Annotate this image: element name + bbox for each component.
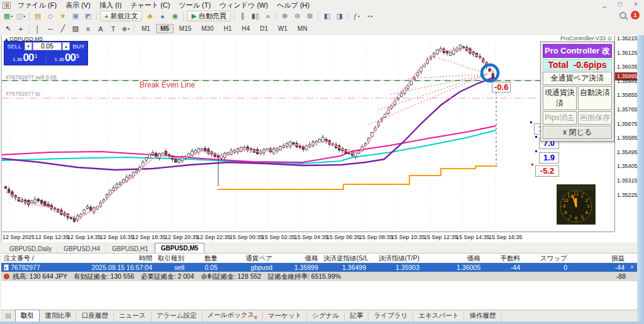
terminal-icon[interactable]: ▣ <box>69 11 82 21</box>
terminal-tab-1[interactable]: 運用比率 <box>40 310 77 321</box>
new-chart-icon[interactable]: ▦▾ <box>2 11 14 21</box>
bar-chart-icon[interactable]: ∥ <box>236 11 249 21</box>
new-order-button[interactable]: +新規注文 <box>100 11 142 21</box>
data-window-icon[interactable]: ◇ <box>44 11 57 21</box>
menu-item-3[interactable]: チャート (C) <box>126 0 174 10</box>
timeframe-H1[interactable]: H1 <box>219 24 236 33</box>
header-cell-0[interactable]: 注文番号 / <box>1 254 82 262</box>
volume-up-button[interactable]: ▲ <box>62 42 70 50</box>
terminal-tab-9[interactable]: ライブラリ <box>369 310 413 321</box>
one-click-trade-panel: SELL ▼ 0.05 ▲ BUY 1.36 00 1 1.36 00 5 <box>4 41 88 65</box>
chart-shift-icon[interactable]: ◨ <box>333 11 346 21</box>
timeframe-M30[interactable]: M30 <box>197 24 218 33</box>
new-order-glyph-icon: + <box>104 13 108 20</box>
header-cell-6[interactable]: 決済逆指値(S/L) <box>321 254 369 262</box>
menu-item-5[interactable]: ウィンドウ (W) <box>215 0 272 10</box>
header-cell-7[interactable]: 決済指値(T/P) <box>369 254 422 262</box>
sell-button[interactable]: SELL <box>5 42 24 50</box>
auto-trading-button[interactable]: ▶自動売買 <box>187 11 230 21</box>
restore-button[interactable]: □ <box>616 1 625 8</box>
terminal-tab-2[interactable]: 口座履歴 <box>77 310 114 321</box>
expert-advisor-icon[interactable]: ● <box>156 11 169 21</box>
header-cell-8[interactable]: 価格 <box>422 254 483 262</box>
menu-item-0[interactable]: ファイル (F) <box>13 0 61 10</box>
close-button[interactable]: × <box>631 1 640 8</box>
timeframe-M1[interactable]: M1 <box>137 24 155 33</box>
sell-price[interactable]: 1.36 00 1 <box>4 51 46 65</box>
order-close-icon[interactable]: × <box>627 263 637 272</box>
header-cell-5[interactable]: 価格 <box>275 254 321 262</box>
market-watch-icon[interactable]: ▤ <box>31 11 44 21</box>
zoom-out-icon[interactable]: ⊖ <box>291 11 304 21</box>
header-cell-9[interactable]: 手数料 <box>483 254 523 262</box>
timeframe-M5[interactable]: M5 <box>156 24 174 33</box>
chart-tab-GBPUSD-Daily[interactable]: GBPUSD,Daily <box>4 244 58 253</box>
svg-text:1: 1 <box>580 194 583 199</box>
fibonacci-icon[interactable]: ≡ <box>82 23 94 34</box>
tile-windows-icon[interactable]: ⊞ <box>304 11 316 21</box>
terminal-tab-4[interactable]: アラーム設定 <box>152 310 203 321</box>
chart-tab-GBPUSD-M5[interactable]: GBPUSD,M5 <box>155 243 204 253</box>
terminal-tab-3[interactable]: ニュース <box>114 310 152 321</box>
shapes-icon[interactable]: ◆▾ <box>119 23 132 34</box>
metaeditor-icon[interactable]: ◆ <box>143 11 156 21</box>
minimize-button[interactable]: _ <box>600 1 609 8</box>
close-all-pairs-button[interactable]: 全通貨ペア決済 <box>543 72 612 85</box>
terminal-tab-7[interactable]: シグナル <box>307 310 345 321</box>
profiles-icon[interactable]: ◫▾ <box>14 11 27 21</box>
line-chart-icon[interactable]: ≈ <box>262 11 274 21</box>
terminal-tab-8[interactable]: 記事 <box>345 310 369 321</box>
label-icon[interactable]: T <box>107 23 119 34</box>
terminal-tab-6[interactable]: マーケット <box>263 310 307 321</box>
cursor-icon[interactable]: ↖ <box>2 23 14 34</box>
pips-clear-button[interactable]: Pips消去 <box>543 111 577 125</box>
timeframe-H4[interactable]: H4 <box>238 24 255 33</box>
buy-button[interactable]: BUY <box>70 42 87 50</box>
search-icon[interactable] <box>619 12 626 19</box>
header-cell-1[interactable]: 時間 <box>82 254 155 262</box>
auto-scroll-icon[interactable]: ◧ <box>321 11 333 21</box>
terminal-tab-10[interactable]: エキスパート <box>413 310 464 321</box>
periods-icon[interactable]: ◔▾ <box>363 11 375 21</box>
crosshair-icon[interactable]: + <box>14 23 27 34</box>
screenshot-button[interactable]: 画面保存 <box>578 111 612 125</box>
candle-chart-icon[interactable]: ▮▯ <box>249 11 262 21</box>
volume-field[interactable]: 0.05 <box>33 42 62 50</box>
community-icon[interactable]: ◉ <box>169 11 181 21</box>
timeframe-MN[interactable]: MN <box>293 24 312 33</box>
trendline-icon[interactable]: ╱ <box>57 23 69 34</box>
indicators-icon[interactable]: ƒ▾ <box>350 11 363 21</box>
terminal-tab-5[interactable]: メールボックス6 <box>203 310 263 321</box>
notification-badge[interactable]: 1 <box>631 11 640 20</box>
header-cell-2[interactable]: 取引種別 <box>155 254 187 262</box>
hline-icon[interactable]: ─ <box>44 23 57 34</box>
close-current-pair-button[interactable]: 現通貨決済 <box>543 86 577 110</box>
chart-tab-GBPUSD-H4[interactable]: GBPUSD,H4 <box>58 244 106 253</box>
text-icon[interactable]: A <box>94 23 107 34</box>
order-row[interactable]: 767829772025.09.15 16:57:04sell0.05gbpus… <box>1 263 637 272</box>
menu-item-1[interactable]: 表示 (V) <box>61 0 95 10</box>
volume-down-button[interactable]: ▼ <box>25 42 32 50</box>
header-cell-10[interactable]: スワップ <box>523 254 570 262</box>
timeframe-W1[interactable]: W1 <box>274 24 292 33</box>
menu-item-6[interactable]: ヘルプ (H) <box>272 0 314 10</box>
strategy-tester-icon[interactable]: ◩ <box>82 11 94 21</box>
terminal-tab-11[interactable]: 操作履歴 <box>464 310 501 321</box>
channel-icon[interactable]: ▨ <box>69 23 82 34</box>
menu-item-2[interactable]: 挿入 (I) <box>95 0 126 10</box>
header-cell-11[interactable]: 損益 <box>570 254 627 262</box>
auto-close-button[interactable]: 自動決済 <box>578 86 612 110</box>
menu-item-4[interactable]: ツール (T) <box>174 0 215 10</box>
timeframe-D1[interactable]: D1 <box>255 24 272 33</box>
navigator-icon[interactable]: ★ <box>57 11 69 21</box>
terminal-tab-0[interactable]: 取引 <box>15 310 40 322</box>
zoom-in-icon[interactable]: ⊕ <box>279 11 291 21</box>
timeframe-M15[interactable]: M15 <box>175 24 196 33</box>
gear-icon[interactable]: ⊙ <box>607 35 612 42</box>
chart-tab-GBPUSD-H1[interactable]: GBPUSD,H1 <box>106 244 155 253</box>
vline-icon[interactable]: │ <box>31 23 44 34</box>
header-cell-3[interactable]: 数量 <box>187 254 220 262</box>
header-cell-4[interactable]: 通貨ペア <box>220 254 275 262</box>
panel-close-button[interactable]: x 閉じる <box>543 126 612 139</box>
buy-price[interactable]: 1.36 00 5 <box>46 51 88 65</box>
